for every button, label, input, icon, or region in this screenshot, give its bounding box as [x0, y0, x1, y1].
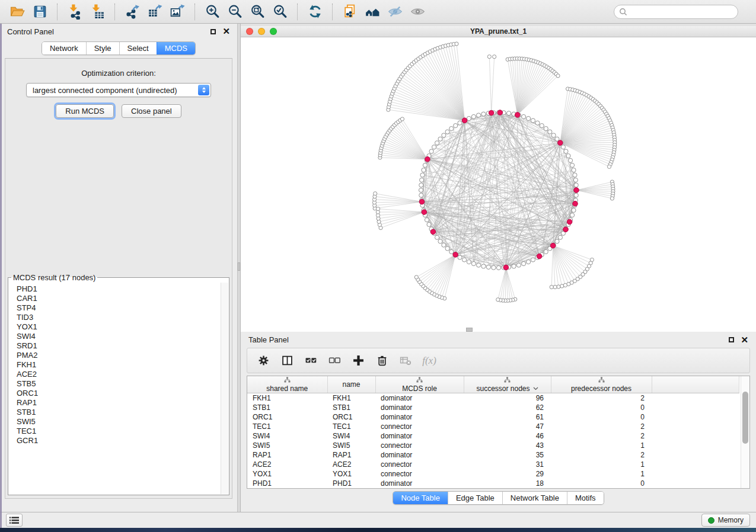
- satellite-node[interactable]: [496, 298, 500, 302]
- list-item[interactable]: RAP1: [17, 398, 220, 408]
- list-item[interactable]: FKH1: [17, 360, 220, 370]
- network-node[interactable]: [568, 158, 572, 162]
- network-node[interactable]: [442, 243, 446, 247]
- canvas-splitter-grip[interactable]: [466, 328, 473, 332]
- network-node[interactable]: [429, 149, 433, 153]
- network-node[interactable]: [419, 193, 423, 197]
- network-node[interactable]: [492, 265, 496, 270]
- list-item[interactable]: STB1: [17, 408, 220, 417]
- dominator-node[interactable]: [419, 199, 425, 204]
- network-node[interactable]: [540, 123, 544, 127]
- network-node[interactable]: [558, 235, 562, 239]
- table-row[interactable]: SWI4SWI4dominator462: [247, 431, 739, 441]
- list-item[interactable]: YOX1: [17, 322, 220, 332]
- table-row[interactable]: TEC1TEC1connector472: [247, 422, 739, 431]
- network-node[interactable]: [555, 137, 559, 141]
- list-item[interactable]: SWI4: [17, 332, 220, 341]
- satellite-node[interactable]: [493, 55, 496, 59]
- dominator-node[interactable]: [430, 229, 436, 235]
- network-node[interactable]: [566, 153, 570, 158]
- zoom-fit-button[interactable]: [247, 2, 267, 21]
- list-item[interactable]: CAR1: [17, 294, 220, 303]
- network-node[interactable]: [476, 263, 480, 267]
- network-node[interactable]: [570, 163, 574, 167]
- satellite-node[interactable]: [455, 42, 458, 46]
- close-table-panel-icon[interactable]: ✕: [741, 337, 748, 343]
- table-row[interactable]: PHD1PHD1dominator180: [247, 479, 739, 488]
- float-panel-icon[interactable]: [210, 29, 216, 34]
- network-node[interactable]: [551, 133, 556, 137]
- network-node[interactable]: [516, 263, 521, 267]
- network-node[interactable]: [462, 258, 466, 262]
- network-node[interactable]: [467, 259, 471, 264]
- tab-network-table[interactable]: Network Table: [502, 492, 567, 504]
- network-node[interactable]: [496, 265, 500, 270]
- import-network-button[interactable]: [65, 2, 85, 21]
- satellite-node[interactable]: [607, 165, 611, 168]
- network-node[interactable]: [471, 114, 476, 118]
- hide-selected-button[interactable]: [385, 2, 405, 21]
- network-node[interactable]: [419, 183, 423, 187]
- result-list-scrollbar[interactable]: [221, 283, 228, 494]
- satellite-node[interactable]: [376, 207, 379, 210]
- table-row[interactable]: STB1STB1dominator620: [247, 403, 739, 412]
- network-node[interactable]: [535, 121, 540, 125]
- network-node[interactable]: [486, 265, 490, 269]
- mcds-result-list[interactable]: PHD1CAR1STP4TID3YOX1SWI4SRD1PMA2FKH1ACE2…: [9, 283, 220, 494]
- list-item[interactable]: SWI5: [17, 417, 220, 427]
- network-node[interactable]: [570, 213, 574, 217]
- optimization-criterion-select[interactable]: largest connected component (undirected): [26, 83, 211, 97]
- satellite-node[interactable]: [557, 285, 560, 289]
- list-item[interactable]: ACE2: [17, 370, 220, 379]
- list-item[interactable]: TEC1: [17, 427, 220, 436]
- network-node[interactable]: [555, 239, 559, 243]
- add-column-button[interactable]: [349, 352, 367, 370]
- tab-edge-table[interactable]: Edge Table: [448, 492, 502, 504]
- network-node[interactable]: [544, 126, 548, 130]
- network-node[interactable]: [432, 145, 436, 149]
- tab-node-table[interactable]: Node Table: [393, 492, 448, 504]
- satellite-node[interactable]: [374, 192, 377, 196]
- satellite-node[interactable]: [556, 74, 560, 78]
- column-header-shared-name[interactable]: shared name: [247, 376, 327, 393]
- table-row[interactable]: SWI5SWI5connector431: [247, 441, 739, 450]
- list-item[interactable]: ORC1: [17, 389, 220, 398]
- network-node[interactable]: [445, 246, 449, 251]
- dominator-node[interactable]: [563, 227, 569, 232]
- list-item[interactable]: STP4: [17, 303, 220, 313]
- dominator-node[interactable]: [573, 201, 578, 206]
- show-all-button[interactable]: [407, 2, 428, 21]
- network-node[interactable]: [435, 235, 439, 239]
- network-node[interactable]: [423, 163, 427, 167]
- save-session-button[interactable]: [30, 2, 50, 21]
- network-node[interactable]: [422, 168, 426, 172]
- task-history-button[interactable]: [6, 514, 23, 527]
- list-item[interactable]: GCR1: [17, 436, 220, 446]
- list-item[interactable]: PMA2: [17, 351, 220, 360]
- column-header-mcds-role[interactable]: MCDS role: [375, 376, 464, 393]
- memory-button[interactable]: Memory: [701, 514, 750, 527]
- table-row[interactable]: YOX1YOX1connector291: [247, 469, 739, 479]
- table-settings-button[interactable]: [254, 352, 272, 370]
- network-node[interactable]: [420, 178, 424, 182]
- float-table-panel-icon[interactable]: [729, 337, 734, 342]
- satellite-node[interactable]: [560, 284, 564, 288]
- tab-motifs[interactable]: Motifs: [567, 492, 604, 504]
- panel-splitter[interactable]: [237, 24, 241, 512]
- duplicate-network-button[interactable]: [340, 2, 360, 21]
- maximize-window-icon[interactable]: [270, 28, 277, 35]
- network-node[interactable]: [449, 249, 454, 254]
- close-panel-button[interactable]: Close panel: [122, 104, 181, 118]
- import-table-button[interactable]: [87, 2, 107, 21]
- table-row[interactable]: RAP1RAP1dominator352: [247, 450, 739, 460]
- dominator-node[interactable]: [515, 113, 520, 118]
- dominator-node[interactable]: [574, 188, 579, 193]
- network-node[interactable]: [574, 183, 578, 187]
- network-node[interactable]: [527, 259, 531, 264]
- network-node[interactable]: [481, 264, 486, 268]
- network-node[interactable]: [454, 123, 458, 127]
- dominator-node[interactable]: [462, 118, 467, 123]
- network-node[interactable]: [572, 168, 576, 172]
- table-scrollbar[interactable]: [741, 376, 749, 488]
- satellite-node[interactable]: [553, 285, 557, 289]
